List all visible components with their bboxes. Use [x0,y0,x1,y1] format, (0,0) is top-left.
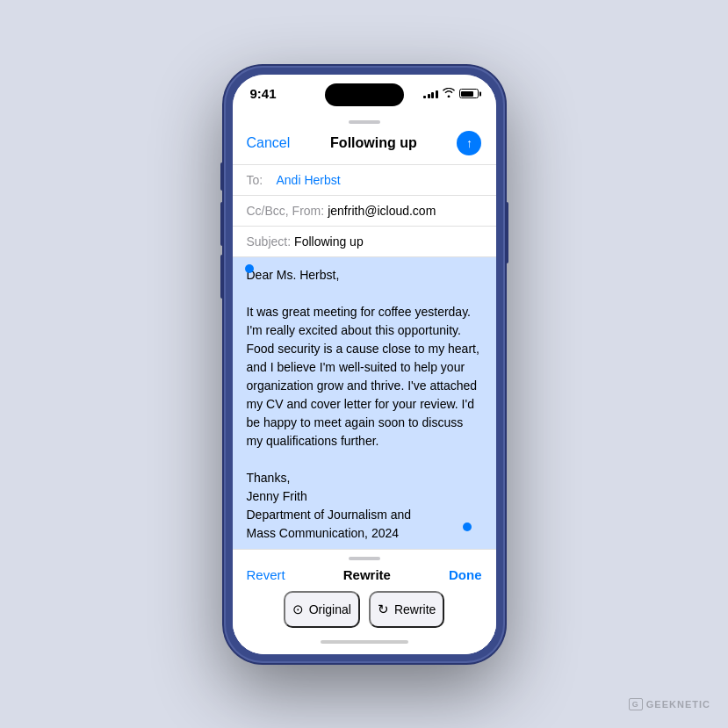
wifi-icon [443,88,455,100]
watermark: G GEEKNETIC [629,698,710,710]
cc-label: Cc/Bcc, From: [247,204,325,218]
signal-bar-3 [431,92,434,98]
send-button[interactable]: ↑ [457,131,481,155]
to-label: To: [247,173,273,187]
drag-handle [349,120,380,124]
selection-handle-bottom [463,523,472,531]
home-indicator [321,633,408,651]
send-icon: ↑ [466,136,472,150]
watermark-prefix: G [632,700,639,709]
home-bar [321,640,408,644]
original-button[interactable]: ⊙ Original [284,591,360,628]
mail-header: Cancel Following up ↑ [233,127,496,165]
selection-handle-top [245,264,254,273]
cancel-button[interactable]: Cancel [247,135,291,151]
rewrite-icon: ↻ [378,602,389,617]
volume-up-button[interactable] [220,202,224,246]
battery-fill [461,91,473,97]
battery-icon [459,89,479,98]
rewrite-actions: Revert Rewrite Done [233,567,496,582]
cc-field[interactable]: Cc/Bcc, From: jenfrith@icloud.com [233,196,496,227]
subject-field[interactable]: Subject: Following up [233,227,496,257]
mail-container: Cancel Following up ↑ To: Andi Herbst Cc… [233,113,496,654]
signal-bar-1 [423,96,426,98]
mail-title: Following up [330,135,417,151]
watermark-box: G [629,698,643,710]
dynamic-island [325,83,404,106]
original-label: Original [309,602,351,616]
to-field[interactable]: To: Andi Herbst [233,165,496,196]
option-buttons: ⊙ Original ↻ Rewrite [270,591,459,633]
subject-label: Subject: [247,234,292,249]
status-bar: 9:41 [233,75,496,113]
rewrite-option-label: Rewrite [394,602,436,616]
original-icon: ⊙ [292,602,304,617]
done-button[interactable]: Done [449,567,482,582]
revert-button[interactable]: Revert [247,567,285,582]
signal-icon [423,89,438,98]
to-value: Andi Herbst [277,173,341,187]
rewrite-option-button[interactable]: ↻ Rewrite [369,591,444,628]
cc-value: jenfrith@icloud.com [328,204,436,218]
signal-bar-2 [428,94,430,98]
toolbar-handle [349,557,380,560]
bottom-toolbar: Revert Rewrite Done ⊙ Original ↻ Rewrite [233,549,496,654]
status-time: 9:41 [250,86,277,101]
email-body-text: Dear Ms. Herbst, It was great meeting fo… [247,266,482,543]
watermark-brand: GEEKNETIC [646,699,710,710]
rewrite-title: Rewrite [343,567,391,582]
signal-bar-4 [436,90,438,98]
phone-shell: 9:41 [224,66,505,663]
subject-value: Following up [294,234,364,249]
power-button[interactable] [505,202,508,263]
status-icons [423,88,479,100]
screen: 9:41 [233,75,496,654]
email-body[interactable]: Dear Ms. Herbst, It was great meeting fo… [233,257,496,549]
volume-down-button[interactable] [220,255,224,299]
